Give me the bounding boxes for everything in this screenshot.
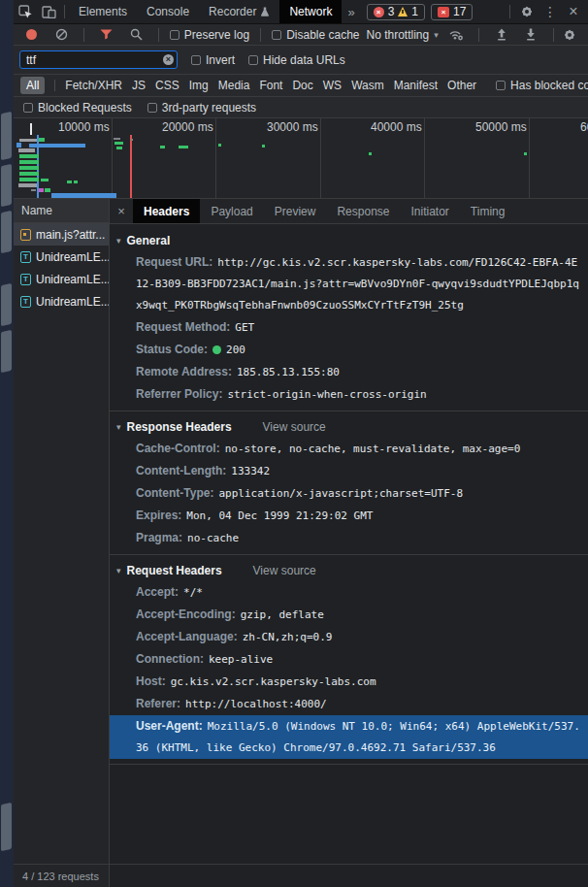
tab-initiator[interactable]: Initiator [400,199,459,223]
network-settings-button[interactable] [558,28,581,42]
timeline-gridline [112,118,113,198]
toolbar-separator [553,28,554,42]
filter-toggle-button[interactable] [95,29,117,40]
record-network-log-button[interactable] [20,29,43,40]
tab-headers[interactable]: Headers [133,199,200,223]
header-value: 200 [226,344,245,356]
waterfall-bar [131,139,133,141]
table-row[interactable]: main.js?attr... [14,223,109,246]
header-name: Request URL: [136,255,212,269]
device-toolbar-button[interactable] [37,6,60,18]
font-file-icon [20,296,31,308]
throttling-select[interactable]: No throttling ▾ [367,28,439,42]
tab-response[interactable]: Response [326,199,400,223]
edge-segment [1,330,12,373]
general-section-header[interactable]: ▾ General [110,229,588,251]
edge-segment [1,164,12,207]
header-row: Accept-Encoding:gzip, deflate [110,604,588,626]
issues-badge[interactable]: × 17 [431,4,473,20]
more-tabs-icon: » [347,5,354,19]
export-har-button[interactable] [520,28,542,41]
devtools-menu-button[interactable]: ⋮ [539,4,561,19]
tab-elements[interactable]: Elements [69,0,137,23]
table-row[interactable]: UnidreamLE... [14,246,109,268]
timeline-tick: 40000 ms [371,120,422,134]
type-filter-img[interactable]: Img [189,79,209,92]
tab-console[interactable]: Console [137,0,199,23]
clear-network-log-button[interactable] [49,28,72,41]
name-column-header[interactable]: Name [14,199,109,223]
close-devtools-button[interactable]: × [563,3,584,20]
third-party-checkbox[interactable] [147,103,157,113]
settings-button[interactable] [516,5,538,18]
type-filter-all[interactable]: All [20,77,45,94]
search-button[interactable] [124,28,147,41]
console-errors-warnings-badge[interactable]: × 3 1 [367,4,425,20]
toolbar-separator [478,28,479,42]
request-headers-section-header[interactable]: ▾ Request Headers View source [110,559,588,581]
toolbar-separator [158,28,159,42]
invert-control: Invert [191,53,235,67]
tab-payload[interactable]: Payload [200,199,263,223]
tab-timing[interactable]: Timing [460,199,516,223]
inspect-cursor-icon [18,5,33,19]
type-filter-wasm[interactable]: Wasm [351,79,384,92]
import-har-button[interactable] [490,28,512,41]
request-details-pane: × Headers Payload Preview Response Initi… [110,199,588,864]
type-filter-ws[interactable]: WS [323,79,342,92]
view-source-link[interactable]: View source [263,420,326,434]
filter-input[interactable] [19,50,178,69]
has-blocked-cookies-checkbox[interactable] [496,81,506,90]
hide-data-urls-control: Hide data URLs [248,53,345,67]
throttling-value: No throttling [367,28,430,42]
timeline-tick: 10000 ms [58,120,110,134]
type-filter-fetch-xhr[interactable]: Fetch/XHR [65,79,122,92]
header-row: Pragma:no-cache [110,527,588,549]
invert-checkbox[interactable] [191,55,201,65]
tab-recorder[interactable]: Recorder [199,0,279,23]
status-ok-icon [212,345,221,354]
header-value: GET [235,321,254,334]
response-headers-section-header[interactable]: ▾ Response Headers View source [110,415,588,438]
waterfall-bar [45,188,50,192]
waterfall-bar [19,160,39,164]
network-main-area: Name main.js?attr... UnidreamLE... Unidr… [14,199,588,864]
section-divider [110,411,588,411]
filter-input-wrap: × [19,50,178,69]
type-filter-doc[interactable]: Doc [292,79,312,92]
more-tabs-button[interactable]: » [342,5,360,19]
header-row: Content-Type:application/x-javascript;ch… [110,482,588,505]
preserve-log-checkbox[interactable] [170,30,180,40]
header-value: 185.85.13.155:80 [237,366,340,378]
timeline-gridline [529,118,530,198]
type-filter-manifest[interactable]: Manifest [394,79,438,92]
tab-network[interactable]: Network [279,0,342,23]
overview-handle[interactable] [30,123,32,135]
type-filter-font[interactable]: Font [259,79,282,92]
type-filter-css[interactable]: CSS [155,79,180,92]
header-row-selected[interactable]: User-Agent:Mozilla/5.0 (Windows NT 10.0;… [110,715,588,759]
table-row[interactable]: UnidreamLE... [14,268,109,290]
section-divider [110,764,588,765]
view-source-link[interactable]: View source [253,564,316,577]
waterfall-bar [16,143,21,148]
header-name: Pragma: [136,531,182,544]
tab-preview[interactable]: Preview [264,199,327,223]
disable-cache-checkbox[interactable] [272,30,281,40]
tab-elements-label: Elements [79,5,127,18]
gear-icon [520,5,534,18]
network-conditions-button[interactable] [445,28,468,41]
header-name: Accept: [136,585,179,599]
type-filter-media[interactable]: Media [218,79,250,92]
type-filter-js[interactable]: JS [132,79,146,92]
blocked-requests-checkbox[interactable] [23,103,33,113]
close-details-button[interactable]: × [110,204,133,218]
table-row[interactable]: UnidreamLE... [14,290,109,312]
type-filter-other[interactable]: Other [447,79,476,92]
inspect-element-button[interactable] [14,5,37,19]
header-value: Mon, 04 Dec 1999 21:29:02 GMT [186,509,373,522]
clear-filter-button[interactable]: × [163,54,174,65]
disable-cache-label: Disable cache [286,28,359,42]
hide-data-urls-checkbox[interactable] [248,55,258,65]
network-overview-timeline[interactable]: 10000 ms 20000 ms 30000 ms 40000 ms 5000… [14,118,588,199]
